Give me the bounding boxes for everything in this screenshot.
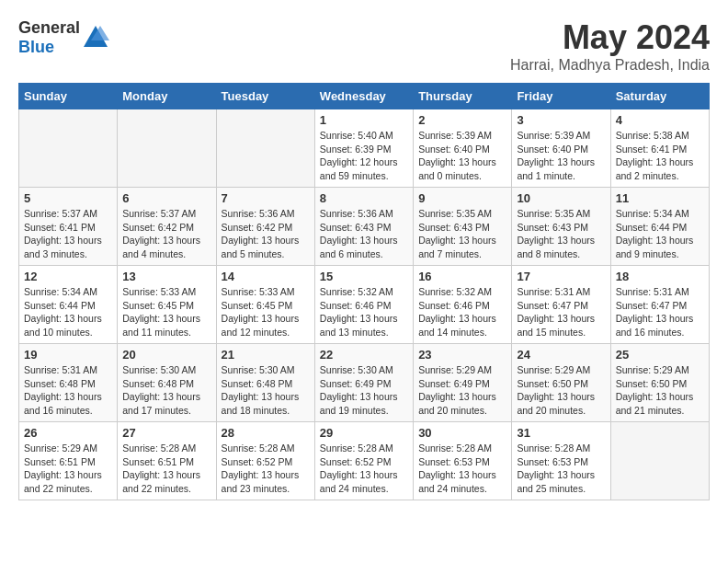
calendar-cell: 23Sunrise: 5:29 AMSunset: 6:49 PMDayligh… [414,344,512,422]
logo-text: General Blue [18,18,80,57]
day-info: Sunrise: 5:30 AMSunset: 6:49 PMDaylight:… [320,363,408,418]
day-info: Sunrise: 5:29 AMSunset: 6:50 PMDaylight:… [616,363,704,418]
day-number: 29 [320,426,408,440]
calendar-cell: 9Sunrise: 5:35 AMSunset: 6:43 PMDaylight… [414,188,512,266]
day-number: 1 [320,113,408,127]
calendar-cell: 24Sunrise: 5:29 AMSunset: 6:50 PMDayligh… [512,344,610,422]
day-info: Sunrise: 5:31 AMSunset: 6:47 PMDaylight:… [517,285,605,339]
day-number: 15 [320,270,408,283]
calendar-cell [19,109,118,188]
day-number: 10 [517,191,605,205]
calendar-cell: 25Sunrise: 5:29 AMSunset: 6:50 PMDayligh… [610,344,709,422]
location-subtitle: Harrai, Madhya Pradesh, India [510,57,710,74]
day-number: 9 [418,191,506,205]
day-number: 3 [517,113,605,127]
day-info: Sunrise: 5:33 AMSunset: 6:45 PMDaylight:… [122,285,210,339]
calendar-cell: 10Sunrise: 5:35 AMSunset: 6:43 PMDayligh… [512,188,610,266]
day-number: 24 [517,348,605,362]
day-number: 25 [616,348,704,362]
day-info: Sunrise: 5:40 AMSunset: 6:39 PMDaylight:… [320,129,408,183]
day-info: Sunrise: 5:34 AMSunset: 6:44 PMDaylight:… [24,285,112,339]
calendar-cell: 16Sunrise: 5:32 AMSunset: 6:46 PMDayligh… [414,266,512,344]
calendar-week-row: 19Sunrise: 5:31 AMSunset: 6:48 PMDayligh… [19,344,710,422]
logo-general: General [18,18,80,37]
header-monday: Monday [118,84,216,109]
day-info: Sunrise: 5:36 AMSunset: 6:42 PMDaylight:… [222,207,310,261]
calendar-week-row: 5Sunrise: 5:37 AMSunset: 6:41 PMDaylight… [19,188,710,266]
day-info: Sunrise: 5:30 AMSunset: 6:48 PMDaylight:… [222,363,310,418]
day-info: Sunrise: 5:28 AMSunset: 6:52 PMDaylight:… [222,442,310,496]
calendar-cell [216,109,314,188]
calendar-cell: 18Sunrise: 5:31 AMSunset: 6:47 PMDayligh… [610,266,709,344]
day-number: 4 [616,113,704,127]
day-info: Sunrise: 5:28 AMSunset: 6:53 PMDaylight:… [517,442,605,496]
calendar-week-row: 1Sunrise: 5:40 AMSunset: 6:39 PMDaylight… [19,109,710,188]
day-number: 30 [418,426,506,440]
logo-blue: Blue [18,38,54,56]
calendar-cell: 31Sunrise: 5:28 AMSunset: 6:53 PMDayligh… [512,422,610,500]
day-info: Sunrise: 5:36 AMSunset: 6:43 PMDaylight:… [320,207,408,261]
calendar-cell: 12Sunrise: 5:34 AMSunset: 6:44 PMDayligh… [19,266,118,344]
day-number: 14 [222,270,310,283]
header-thursday: Thursday [414,84,512,109]
day-number: 21 [222,348,310,362]
calendar-week-row: 12Sunrise: 5:34 AMSunset: 6:44 PMDayligh… [19,266,710,344]
day-number: 2 [418,113,506,127]
day-info: Sunrise: 5:33 AMSunset: 6:45 PMDaylight:… [222,285,310,339]
month-year-title: May 2024 [510,18,710,57]
calendar-cell: 27Sunrise: 5:28 AMSunset: 6:51 PMDayligh… [118,422,216,500]
day-number: 26 [24,426,112,440]
day-info: Sunrise: 5:29 AMSunset: 6:49 PMDaylight:… [418,363,506,418]
day-number: 23 [418,348,506,362]
day-number: 19 [24,348,112,362]
day-info: Sunrise: 5:34 AMSunset: 6:44 PMDaylight:… [616,207,704,261]
day-number: 12 [24,270,112,283]
day-info: Sunrise: 5:32 AMSunset: 6:46 PMDaylight:… [418,285,506,339]
day-info: Sunrise: 5:28 AMSunset: 6:51 PMDaylight:… [122,442,210,496]
calendar-cell [610,422,709,500]
day-number: 13 [122,270,210,283]
day-info: Sunrise: 5:28 AMSunset: 6:52 PMDaylight:… [320,442,408,496]
calendar-cell: 6Sunrise: 5:37 AMSunset: 6:42 PMDaylight… [118,188,216,266]
calendar-cell: 17Sunrise: 5:31 AMSunset: 6:47 PMDayligh… [512,266,610,344]
calendar-cell: 5Sunrise: 5:37 AMSunset: 6:41 PMDaylight… [19,188,118,266]
header-wednesday: Wednesday [314,84,413,109]
calendar-cell: 20Sunrise: 5:30 AMSunset: 6:48 PMDayligh… [118,344,216,422]
calendar-header-row: SundayMondayTuesdayWednesdayThursdayFrid… [19,84,710,109]
day-info: Sunrise: 5:39 AMSunset: 6:40 PMDaylight:… [517,129,605,183]
calendar-cell [118,109,216,188]
day-info: Sunrise: 5:37 AMSunset: 6:42 PMDaylight:… [122,207,210,261]
calendar-cell: 14Sunrise: 5:33 AMSunset: 6:45 PMDayligh… [216,266,314,344]
day-info: Sunrise: 5:30 AMSunset: 6:48 PMDaylight:… [122,363,210,418]
calendar-cell: 7Sunrise: 5:36 AMSunset: 6:42 PMDaylight… [216,188,314,266]
day-info: Sunrise: 5:28 AMSunset: 6:53 PMDaylight:… [418,442,506,496]
day-number: 11 [616,191,704,205]
day-info: Sunrise: 5:38 AMSunset: 6:41 PMDaylight:… [616,129,704,183]
header-tuesday: Tuesday [216,84,314,109]
day-info: Sunrise: 5:29 AMSunset: 6:51 PMDaylight:… [24,442,112,496]
day-info: Sunrise: 5:31 AMSunset: 6:47 PMDaylight:… [616,285,704,339]
day-number: 22 [320,348,408,362]
calendar-cell: 29Sunrise: 5:28 AMSunset: 6:52 PMDayligh… [314,422,413,500]
day-info: Sunrise: 5:37 AMSunset: 6:41 PMDaylight:… [24,207,112,261]
day-number: 28 [222,426,310,440]
day-info: Sunrise: 5:31 AMSunset: 6:48 PMDaylight:… [24,363,112,418]
day-info: Sunrise: 5:35 AMSunset: 6:43 PMDaylight:… [517,207,605,261]
logo-icon [82,24,109,52]
calendar-cell: 3Sunrise: 5:39 AMSunset: 6:40 PMDaylight… [512,109,610,188]
calendar-table: SundayMondayTuesdayWednesdayThursdayFrid… [18,83,710,500]
day-number: 8 [320,191,408,205]
logo: General Blue [18,18,109,57]
day-number: 27 [122,426,210,440]
day-info: Sunrise: 5:29 AMSunset: 6:50 PMDaylight:… [517,363,605,418]
day-info: Sunrise: 5:32 AMSunset: 6:46 PMDaylight:… [320,285,408,339]
header-sunday: Sunday [19,84,118,109]
calendar-cell: 30Sunrise: 5:28 AMSunset: 6:53 PMDayligh… [414,422,512,500]
calendar-cell: 8Sunrise: 5:36 AMSunset: 6:43 PMDaylight… [314,188,413,266]
calendar-cell: 1Sunrise: 5:40 AMSunset: 6:39 PMDaylight… [314,109,413,188]
header-saturday: Saturday [610,84,709,109]
day-number: 18 [616,270,704,283]
day-number: 6 [122,191,210,205]
title-block: May 2024 Harrai, Madhya Pradesh, India [510,18,710,74]
day-info: Sunrise: 5:35 AMSunset: 6:43 PMDaylight:… [418,207,506,261]
